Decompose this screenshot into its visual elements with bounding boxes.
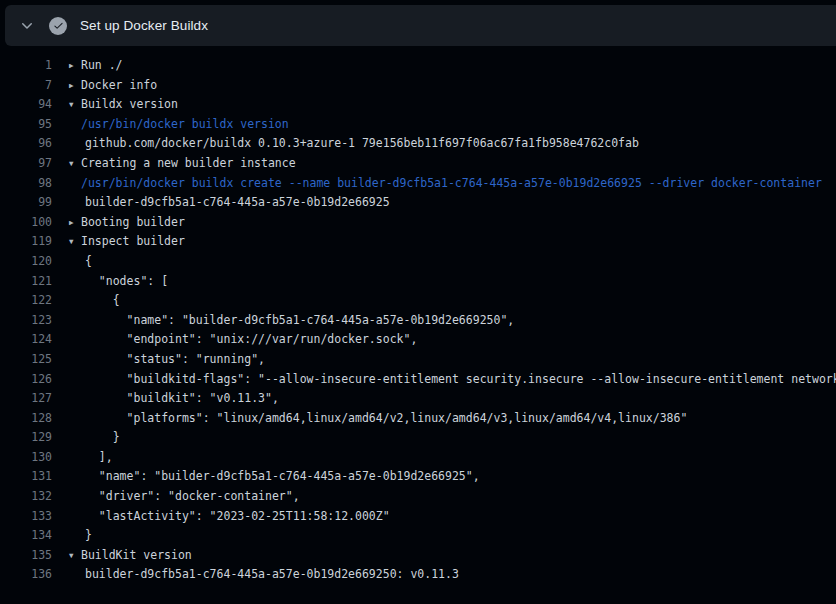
triangle-icon (69, 389, 81, 409)
log-line[interactable]: 97 ▼ Creating a new builder instance (0, 154, 836, 174)
log-text: { (81, 252, 92, 272)
line-number-link[interactable]: 1 (0, 56, 52, 76)
line-number-link[interactable]: 96 (0, 134, 52, 154)
log-line: 127 "buildkit": "v0.11.3", (0, 389, 836, 409)
log-text: } (81, 428, 120, 448)
log-line: 126 "buildkitd-flags": "--allow-insecure… (0, 370, 836, 390)
triangle-icon (69, 252, 81, 272)
log-line: 131 "name": "builder-d9cfb5a1-c764-445a-… (0, 467, 836, 487)
log-text: "driver": "docker-container", (81, 487, 300, 507)
line-number-link[interactable]: 133 (0, 507, 52, 527)
log-text: } (81, 526, 92, 546)
line-number-link[interactable]: 122 (0, 291, 52, 311)
line-number-link[interactable]: 135 (0, 546, 52, 566)
line-number-link[interactable]: 127 (0, 389, 52, 409)
line-number-link[interactable]: 131 (0, 467, 52, 487)
collapsed-triangle-icon[interactable]: ▶ (69, 76, 81, 96)
log-line[interactable]: 135 ▼ BuildKit version (0, 546, 836, 566)
log-text: Creating a new builder instance (81, 154, 296, 174)
triangle-icon (69, 350, 81, 370)
log-text: Docker info (81, 76, 157, 96)
line-number-link[interactable]: 98 (0, 174, 52, 194)
line-number-link[interactable]: 130 (0, 448, 52, 468)
log-text: "nodes": [ (81, 272, 168, 292)
log-line: 125 "status": "running", (0, 350, 836, 370)
step-header[interactable]: Set up Docker Buildx (5, 5, 836, 46)
log-line[interactable]: 1 ▶ Run ./ (0, 56, 836, 76)
log-text: builder-d9cfb5a1-c764-445a-a57e-0b19d2e6… (81, 565, 459, 585)
collapsed-triangle-icon[interactable]: ▶ (69, 56, 81, 76)
log-text: "buildkit": "v0.11.3", (81, 389, 279, 409)
line-number-link[interactable]: 95 (0, 115, 52, 135)
line-number-link[interactable]: 121 (0, 272, 52, 292)
line-number-link[interactable]: 136 (0, 565, 52, 585)
triangle-icon (69, 193, 81, 213)
line-number-link[interactable]: 97 (0, 154, 52, 174)
line-number-link[interactable]: 134 (0, 526, 52, 546)
line-number-link[interactable]: 99 (0, 193, 52, 213)
triangle-icon (69, 311, 81, 331)
log-line: 95 /usr/bin/docker buildx version (0, 115, 836, 135)
log-line: 99 builder-d9cfb5a1-c764-445a-a57e-0b19d… (0, 193, 836, 213)
log-line: 123 "name": "builder-d9cfb5a1-c764-445a-… (0, 311, 836, 331)
log-line: 129 } (0, 428, 836, 448)
expanded-triangle-icon[interactable]: ▼ (69, 546, 81, 566)
triangle-icon (69, 526, 81, 546)
line-number-link[interactable]: 126 (0, 370, 52, 390)
log-line: 132 "driver": "docker-container", (0, 487, 836, 507)
log-text: Booting builder (81, 213, 185, 233)
line-number-link[interactable]: 7 (0, 76, 52, 96)
log-text: builder-d9cfb5a1-c764-445a-a57e-0b19d2e6… (81, 193, 390, 213)
log-text: Buildx version (81, 95, 178, 115)
log-text: /usr/bin/docker buildx create --name bui… (81, 174, 822, 194)
log-line[interactable]: 7 ▶ Docker info (0, 76, 836, 96)
log-line[interactable]: 94 ▼ Buildx version (0, 95, 836, 115)
triangle-icon (69, 565, 81, 585)
log-line: 120 { (0, 252, 836, 272)
line-number-link[interactable]: 125 (0, 350, 52, 370)
log-line: 98 /usr/bin/docker buildx create --name … (0, 174, 836, 194)
collapsed-triangle-icon[interactable]: ▶ (69, 213, 81, 233)
line-number-link[interactable]: 100 (0, 213, 52, 233)
line-number-link[interactable]: 94 (0, 95, 52, 115)
line-number-link[interactable]: 120 (0, 252, 52, 272)
line-number-link[interactable]: 129 (0, 428, 52, 448)
chevron-down-icon[interactable] (19, 18, 35, 34)
triangle-icon (69, 174, 81, 194)
log-viewer: 1 ▶ Run ./ 7 ▶ Docker info 94 ▼ Buildx v… (0, 46, 836, 604)
triangle-icon (69, 370, 81, 390)
triangle-icon (69, 507, 81, 527)
triangle-icon (69, 467, 81, 487)
step-title: Set up Docker Buildx (80, 18, 208, 33)
triangle-icon (69, 448, 81, 468)
log-line: 128 "platforms": "linux/amd64,linux/amd6… (0, 409, 836, 429)
line-number-link[interactable]: 128 (0, 409, 52, 429)
triangle-icon (69, 291, 81, 311)
log-line[interactable]: 100 ▶ Booting builder (0, 213, 836, 233)
log-text: { (81, 291, 120, 311)
log-text: "name": "builder-d9cfb5a1-c764-445a-a57e… (81, 467, 480, 487)
log-text: ], (81, 448, 113, 468)
log-text: "endpoint": "unix:///var/run/docker.sock… (81, 330, 417, 350)
log-line: 122 { (0, 291, 836, 311)
log-line: 136 builder-d9cfb5a1-c764-445a-a57e-0b19… (0, 565, 836, 585)
log-text: "lastActivity": "2023-02-25T11:58:12.000… (81, 507, 390, 527)
log-text: /usr/bin/docker buildx version (81, 115, 289, 135)
log-text: "name": "builder-d9cfb5a1-c764-445a-a57e… (81, 311, 514, 331)
line-number-link[interactable]: 124 (0, 330, 52, 350)
expanded-triangle-icon[interactable]: ▼ (69, 232, 81, 252)
log-line: 121 "nodes": [ (0, 272, 836, 292)
triangle-icon (69, 115, 81, 135)
triangle-icon (69, 134, 81, 154)
expanded-triangle-icon[interactable]: ▼ (69, 154, 81, 174)
triangle-icon (69, 409, 81, 429)
line-number-link[interactable]: 132 (0, 487, 52, 507)
log-line: 134 } (0, 526, 836, 546)
line-number-link[interactable]: 119 (0, 232, 52, 252)
log-text: Inspect builder (81, 232, 185, 252)
log-text: github.com/docker/buildx 0.10.3+azure-1 … (81, 134, 639, 154)
log-line[interactable]: 119 ▼ Inspect builder (0, 232, 836, 252)
line-number-link[interactable]: 123 (0, 311, 52, 331)
expanded-triangle-icon[interactable]: ▼ (69, 95, 81, 115)
triangle-icon (69, 330, 81, 350)
